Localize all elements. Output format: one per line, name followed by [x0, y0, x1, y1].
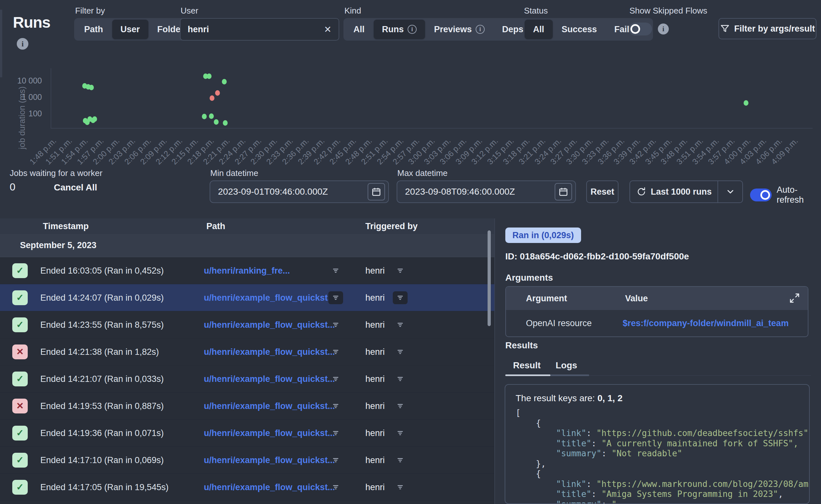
- filter-by-path-icon[interactable]: [328, 264, 343, 277]
- filter-by-path-icon[interactable]: [328, 345, 343, 358]
- info-icon: i: [476, 25, 485, 34]
- filter-by-user-icon[interactable]: [393, 373, 407, 385]
- run-path-link[interactable]: u/henri/example_flow_quickst...: [204, 320, 335, 330]
- refresh-icon: [637, 187, 646, 197]
- filter-by-user-icon[interactable]: [393, 318, 407, 331]
- filter-by-path-icon[interactable]: [328, 481, 343, 494]
- run-triggered-by: henri: [365, 455, 385, 465]
- filter-by-path-icon[interactable]: [328, 318, 343, 331]
- segment-option-success[interactable]: Success: [553, 20, 606, 39]
- runs-info-icon[interactable]: i: [17, 38, 28, 50]
- json-line: "summary": ": [516, 499, 809, 504]
- run-path-link[interactable]: u/henri/example_flow_quickst...: [204, 293, 335, 303]
- table-row[interactable]: ✓Ended 16:03:05 (Ran in 0,452s)u/henri/r…: [0, 257, 494, 284]
- filter-by-path-icon[interactable]: [328, 454, 343, 467]
- data-point-success: [89, 85, 94, 90]
- filter-by-user-icon[interactable]: [393, 291, 407, 304]
- segment-option-all[interactable]: All: [345, 20, 373, 39]
- segment-option-label: User: [121, 24, 140, 34]
- segment-option-label: Success: [562, 24, 597, 34]
- tab-logs[interactable]: Logs: [556, 360, 577, 371]
- data-point-success: [209, 113, 214, 119]
- expand-icon[interactable]: [789, 293, 800, 304]
- filter-by-path-icon[interactable]: [328, 373, 343, 385]
- runs-count-label: Last 1000 runs: [651, 187, 712, 197]
- date-group-label: September 5, 2023: [20, 240, 96, 250]
- run-path-link[interactable]: u/henri/example_flow_quickst...: [204, 482, 335, 492]
- run-path-link[interactable]: u/henri/example_flow_quickst...: [204, 455, 335, 465]
- filter-args-label: Filter by args/result: [734, 24, 815, 34]
- segment-option-previews[interactable]: Previewsi: [426, 20, 493, 39]
- table-scrollbar[interactable]: [488, 230, 491, 326]
- json-string: "Not readable": [611, 449, 682, 458]
- show-skipped-toggle[interactable]: [629, 23, 652, 35]
- table-row[interactable]: ✓Ended 14:24:07 (Ran in 0,029s)u/henri/e…: [0, 284, 494, 311]
- json-punct: :: [601, 499, 611, 504]
- show-skipped-info-icon[interactable]: i: [658, 24, 669, 34]
- segment-option-path[interactable]: Path: [76, 20, 112, 39]
- segment-option-all[interactable]: All: [525, 20, 553, 39]
- run-timestamp: Ended 14:21:07 (Ran in 0,033s): [40, 374, 164, 384]
- table-row[interactable]: ✕Ended 14:21:38 (Ran in 1,82s)u/henri/ex…: [0, 338, 494, 365]
- filter-by-user-icon[interactable]: [393, 345, 407, 358]
- success-check-icon: ✓: [12, 480, 28, 495]
- segment-option-label: Deps: [502, 24, 523, 34]
- filter-by-user-icon[interactable]: [393, 427, 407, 440]
- json-indent: [516, 428, 556, 438]
- min-datetime-label: Min datetime: [210, 168, 258, 178]
- data-point-failure: [210, 95, 214, 101]
- json-key: "title": [556, 439, 591, 448]
- run-path-link[interactable]: u/henri/ranking_fre...: [204, 266, 290, 276]
- runs-table: Timestamp Path Triggered by September 5,…: [0, 218, 494, 504]
- runs-count-select[interactable]: Last 1000 runs: [630, 180, 743, 203]
- table-row[interactable]: ✓Ended 14:17:05 (Ran in 19,545s)u/henri/…: [0, 474, 494, 501]
- user-filter-input[interactable]: henri ✕: [180, 18, 339, 41]
- table-row[interactable]: ✕Ended 14:19:53 (Ran in 0,887s)u/henri/e…: [0, 393, 494, 420]
- table-row[interactable]: ✓Ended 14:17:10 (Ran in 0,069s)u/henri/e…: [0, 447, 494, 474]
- reset-button[interactable]: Reset: [586, 180, 619, 203]
- data-point-success: [222, 79, 227, 84]
- max-datetime-input[interactable]: 2023-09-08T09:46:00.000Z: [396, 180, 576, 203]
- json-punct: [: [516, 408, 521, 418]
- segment-option-runs[interactable]: Runsi: [374, 20, 425, 39]
- status-label: Status: [524, 6, 548, 16]
- tab-result[interactable]: Result: [513, 360, 541, 371]
- filter-by-path-icon[interactable]: [328, 291, 343, 304]
- json-punct: },: [536, 459, 546, 469]
- min-calendar-icon[interactable]: [367, 183, 385, 200]
- cancel-all-button[interactable]: Cancel All: [54, 182, 97, 193]
- clear-user-icon[interactable]: ✕: [324, 24, 331, 35]
- run-triggered-by: henri: [365, 374, 385, 384]
- table-row[interactable]: ✓Ended 14:21:07 (Ran in 0,033s)u/henri/e…: [0, 365, 494, 393]
- min-datetime-input[interactable]: 2023-09-01T09:46:00.000Z: [210, 180, 389, 203]
- table-row[interactable]: ✓Ended 14:23:55 (Ran in 8,575s)u/henri/e…: [0, 311, 494, 338]
- run-triggered-by: henri: [365, 428, 385, 438]
- filter-by-user-icon[interactable]: [393, 400, 407, 412]
- run-path-link[interactable]: u/henri/example_flow_quickst...: [204, 347, 335, 357]
- max-calendar-icon[interactable]: [555, 183, 572, 200]
- filter-by-path-icon[interactable]: [328, 427, 343, 440]
- filter-by-user-icon[interactable]: [393, 481, 407, 494]
- json-string: "A currently maintained fork of SSHFS",: [601, 439, 798, 448]
- json-line: "summary": "Not readable": [516, 449, 809, 459]
- info-icon: i: [407, 25, 417, 34]
- filter-by-path-icon[interactable]: [328, 400, 343, 412]
- autorefresh-toggle[interactable]: [750, 189, 772, 201]
- filter-by-user-icon[interactable]: [393, 454, 407, 467]
- chart-x-axis: [51, 128, 813, 129]
- data-point-success: [214, 119, 219, 125]
- argument-value-link[interactable]: $res:f/company-folder/windmill_ai_team: [623, 318, 789, 328]
- json-indent: [516, 469, 536, 479]
- segment-option-user[interactable]: User: [112, 20, 148, 39]
- run-path-link[interactable]: u/henri/example_flow_quickst...: [204, 401, 335, 411]
- json-indent: [516, 418, 536, 428]
- filter-args-button[interactable]: Filter by args/result: [718, 18, 816, 39]
- run-path-link[interactable]: u/henri/example_flow_quickst...: [204, 428, 335, 438]
- run-detail-panel: Ran in (0,029s) ID: 018a654c-d062-fbb2-d…: [494, 218, 821, 504]
- table-row[interactable]: ✓Ended 14:19:36 (Ran in 0,071s)u/henri/e…: [0, 420, 494, 447]
- run-path-link[interactable]: u/henri/example_flow_quickst...: [204, 374, 335, 384]
- results-heading: Results: [505, 340, 538, 351]
- filter-by-user-icon[interactable]: [393, 264, 407, 277]
- kind-segmented: AllRunsiPreviewsiDepsi: [343, 18, 546, 41]
- run-triggered-by: henri: [365, 266, 385, 276]
